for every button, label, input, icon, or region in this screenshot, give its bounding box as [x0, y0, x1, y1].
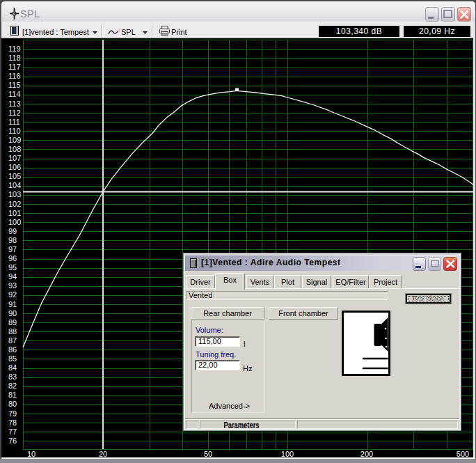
svg-text:92: 92	[8, 290, 17, 299]
svg-text:97: 97	[8, 245, 17, 253]
svg-text:105: 105	[8, 172, 21, 180]
svg-text:118: 118	[8, 54, 21, 62]
svg-text:90: 90	[8, 309, 17, 317]
svg-text:94: 94	[8, 272, 17, 281]
svg-text:108: 108	[8, 145, 21, 153]
svg-text:78: 78	[8, 418, 17, 427]
svg-text:83: 83	[8, 372, 17, 381]
svg-text:104: 104	[8, 181, 21, 189]
svg-text:86: 86	[8, 345, 17, 354]
svg-text:76: 76	[8, 437, 17, 445]
svg-text:114: 114	[8, 90, 21, 98]
svg-text:88: 88	[8, 327, 17, 336]
svg-text:116: 116	[8, 72, 21, 80]
svg-text:93: 93	[8, 281, 17, 290]
svg-text:82: 82	[8, 382, 17, 390]
svg-text:119: 119	[8, 45, 21, 53]
svg-text:81: 81	[8, 391, 17, 399]
svg-text:91: 91	[8, 300, 17, 308]
svg-text:95: 95	[8, 263, 17, 272]
svg-text:117: 117	[8, 63, 21, 71]
svg-text:103: 103	[8, 190, 21, 198]
svg-text:109: 109	[8, 136, 21, 144]
svg-text:115: 115	[8, 81, 21, 89]
svg-text:89: 89	[8, 318, 17, 327]
svg-text:85: 85	[8, 354, 17, 363]
svg-text:110: 110	[8, 127, 21, 135]
svg-text:101: 101	[8, 209, 21, 217]
svg-text:106: 106	[8, 163, 21, 171]
svg-text:84: 84	[8, 363, 17, 372]
svg-text:100: 100	[8, 218, 21, 226]
svg-text:107: 107	[8, 154, 21, 162]
svg-text:112: 112	[8, 109, 21, 117]
svg-text:102: 102	[8, 200, 21, 208]
svg-text:80: 80	[8, 400, 17, 408]
svg-text:99: 99	[8, 227, 17, 235]
svg-text:111: 111	[8, 118, 20, 126]
svg-text:96: 96	[8, 254, 17, 262]
svg-text:98: 98	[8, 236, 17, 244]
svg-text:113: 113	[8, 100, 21, 108]
svg-text:77: 77	[8, 427, 17, 436]
svg-text:87: 87	[8, 336, 17, 345]
svg-text:79: 79	[8, 409, 17, 418]
